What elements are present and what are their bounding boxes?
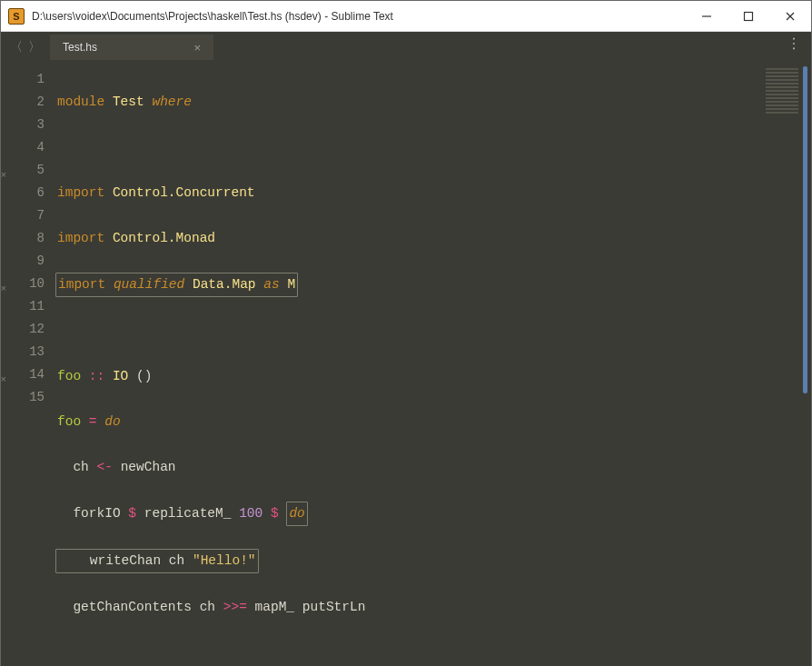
code-line[interactable]: forkIO $ replicateM_ 100 $ do <box>57 502 811 526</box>
window-title: D:\users\voidex\Documents\Projects\haske… <box>32 10 686 23</box>
line-number: 8 <box>1 227 45 250</box>
line-number: ×10 <box>1 273 45 295</box>
code-line[interactable]: ch <- newChan <box>57 456 811 479</box>
nav-forward-icon[interactable]: 〉 <box>28 39 41 55</box>
code-line[interactable]: foo :: IO () <box>57 365 811 388</box>
window-frame: S D:\users\voidex\Documents\Projects\has… <box>0 0 812 666</box>
minimap[interactable] <box>766 68 798 114</box>
titlebar[interactable]: S D:\users\voidex\Documents\Projects\has… <box>1 1 811 32</box>
line-number: 15 <box>1 386 45 409</box>
line-number: 7 <box>1 204 45 227</box>
line-number: ×14 <box>1 363 45 386</box>
code-line[interactable]: getChanContents ch >>= mapM_ putStrLn <box>57 596 811 619</box>
line-number: 2 <box>1 91 45 114</box>
code-line[interactable]: import Control.Monad <box>57 227 811 250</box>
code-line[interactable]: import qualified Data.Map as M <box>57 273 811 297</box>
window-controls <box>686 1 811 32</box>
code-line[interactable]: writeChan ch "Hello!" <box>57 549 811 573</box>
line-number: 4 <box>1 136 45 159</box>
line-number: 9 <box>1 250 45 273</box>
overflow-menu-icon[interactable]: ⋯ <box>786 35 803 59</box>
code-area[interactable]: module Test where import Control.Concurr… <box>54 63 811 666</box>
code-line[interactable]: foo = do <box>57 411 811 433</box>
gutter-mark-icon: × <box>0 164 6 172</box>
nav-arrows: 〈 〉 <box>6 39 41 55</box>
gutter: 1 2 3 4 ×5 6 7 8 9 ×10 11 12 13 ×14 15 <box>1 63 54 666</box>
line-number: 6 <box>1 182 45 204</box>
line-number: 1 <box>1 68 45 91</box>
tab-strip: 〈 〉 Test.hs × ⋯ <box>1 32 811 63</box>
code-line[interactable]: module Test where <box>57 91 811 114</box>
gutter-mark-icon: × <box>0 278 6 285</box>
gutter-mark-icon: × <box>0 369 6 376</box>
code-line[interactable] <box>57 136 811 159</box>
editor[interactable]: 1 2 3 4 ×5 6 7 8 9 ×10 11 12 13 ×14 15 m… <box>1 63 811 666</box>
code-line[interactable]: import Control.Concurrent <box>57 182 811 204</box>
tab-label: Test.hs <box>63 41 97 54</box>
code-line[interactable] <box>57 320 811 343</box>
tab-close-icon[interactable]: × <box>193 41 201 55</box>
app-icon: S <box>8 8 25 25</box>
close-button[interactable] <box>769 1 811 32</box>
svg-rect-1 <box>745 12 753 20</box>
minimize-button[interactable] <box>686 1 728 32</box>
nav-back-icon[interactable]: 〈 <box>10 39 23 55</box>
app-body: 〈 〉 Test.hs × ⋯ 1 2 3 4 ×5 6 7 8 9 ×10 1… <box>1 32 811 666</box>
line-number: 3 <box>1 114 45 136</box>
code-line[interactable] <box>57 641 811 664</box>
maximize-button[interactable] <box>728 1 769 32</box>
line-number: ×5 <box>1 159 45 182</box>
scrollbar[interactable] <box>803 66 807 393</box>
line-number: 12 <box>1 318 45 341</box>
line-number: 11 <box>1 295 45 318</box>
tab-active[interactable]: Test.hs × <box>50 35 213 60</box>
line-number: 13 <box>1 341 45 363</box>
